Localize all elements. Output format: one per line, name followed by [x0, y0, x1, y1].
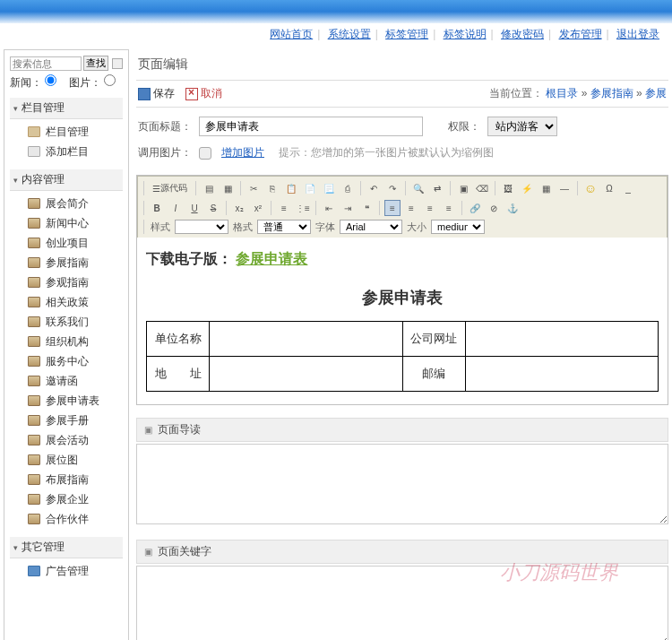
preview-icon[interactable]: ▦ [220, 180, 236, 196]
sidebar-item[interactable]: 组织机构 [10, 332, 123, 351]
crumb-2[interactable]: 参展 [645, 87, 667, 99]
rich-editor: ☰ 源代码 ▤ ▦ ✂ ⎘ 📋 📄 📃 ⎙ ↶ ↷ 🔍 ⇄ [136, 175, 668, 405]
sidebar-item[interactable]: 邀请函 [10, 371, 123, 391]
style-label: 样式 [151, 221, 170, 234]
pagebreak-icon[interactable]: ⎯ [620, 180, 636, 196]
section-intro-head[interactable]: 页面导读 [136, 418, 668, 442]
section-keywords-head[interactable]: 页面关键字 [136, 540, 668, 564]
cat-content-head[interactable]: 内容管理 [10, 169, 123, 191]
ol-icon[interactable]: ≡ [276, 200, 292, 216]
nav-tagmgr[interactable]: 标签管理 [385, 28, 428, 40]
sidebar-item[interactable]: 参展企业 [10, 489, 123, 509]
newdoc-icon[interactable]: ▤ [201, 180, 217, 196]
perm-select[interactable]: 站内游客 [487, 117, 557, 136]
sidebar-item[interactable]: 联系我们 [10, 312, 123, 332]
sidebar-item[interactable]: 布展指南 [10, 470, 123, 489]
align-left-icon[interactable]: ≡ [384, 200, 401, 216]
cell-company-val[interactable] [210, 322, 403, 357]
font-select[interactable]: Arial [340, 220, 402, 234]
print-icon[interactable]: ⎙ [340, 180, 356, 196]
selectall-icon[interactable]: ▣ [455, 180, 471, 196]
nav-logout[interactable]: 退出登录 [616, 28, 659, 40]
cat-other-head[interactable]: 其它管理 [10, 537, 123, 558]
paste-icon[interactable]: 📋 [283, 180, 299, 196]
table-icon[interactable]: ▦ [538, 180, 554, 196]
sidebar-item[interactable]: 服务中心 [10, 351, 123, 371]
sidebar-item[interactable]: 参展手册 [10, 411, 123, 430]
sidebar-item[interactable]: 参展指南 [10, 253, 123, 272]
style-select[interactable] [175, 220, 228, 234]
sidebar-item[interactable]: 参展申请表 [10, 391, 123, 411]
outdent-icon[interactable]: ⇤ [321, 200, 337, 216]
hr-icon[interactable]: — [556, 180, 573, 196]
align-justify-icon[interactable]: ≡ [441, 200, 457, 216]
quote-icon[interactable]: ❝ [358, 200, 375, 216]
cat-column-head[interactable]: 栏目管理 [10, 98, 123, 119]
smiley-icon[interactable]: ☺ [582, 180, 599, 196]
anchor-icon[interactable]: ⚓ [504, 200, 521, 216]
cell-address-val[interactable] [210, 357, 403, 392]
format-select[interactable]: 普通 [257, 220, 311, 234]
cut-icon[interactable]: ✂ [246, 180, 262, 196]
align-center-icon[interactable]: ≡ [403, 200, 419, 216]
nav-sys[interactable]: 系统设置 [328, 28, 371, 40]
sidebar-item-colmgr[interactable]: 栏目管理 [10, 122, 123, 142]
specialchar-icon[interactable]: Ω [601, 180, 617, 196]
replace-icon[interactable]: ⇄ [429, 180, 445, 196]
crumb-1[interactable]: 参展指南 [590, 87, 633, 99]
indent-icon[interactable]: ⇥ [340, 200, 356, 216]
sidebar-item[interactable]: 展会活动 [10, 430, 123, 450]
sidebar-item-admgr[interactable]: 广告管理 [10, 561, 123, 581]
title-input[interactable] [199, 117, 423, 136]
radio-pic[interactable] [104, 74, 116, 86]
ul-icon[interactable]: ⋮≡ [295, 200, 311, 216]
add-image-link[interactable]: 增加图片 [221, 145, 264, 160]
search-input[interactable] [10, 56, 82, 71]
nav-pwd[interactable]: 修改密码 [501, 28, 544, 40]
intro-textarea[interactable] [136, 444, 668, 524]
sidebar-item[interactable]: 合作伙伴 [10, 509, 123, 529]
undo-icon[interactable]: ↶ [366, 180, 382, 196]
nav-tagdesc[interactable]: 标签说明 [444, 28, 487, 40]
italic-icon[interactable]: I [168, 200, 184, 216]
source-button[interactable]: ☰ 源代码 [149, 180, 191, 196]
underline-icon[interactable]: U [186, 200, 202, 216]
save-button[interactable]: 保存 [138, 86, 175, 101]
cell-website-val[interactable] [465, 322, 659, 357]
sidebar-item[interactable]: 新闻中心 [10, 213, 123, 233]
cancel-button[interactable]: 取消 [185, 86, 222, 101]
download-link[interactable]: 参展申请表 [236, 251, 307, 266]
cell-zip-val[interactable] [465, 357, 659, 392]
sidebar-item[interactable]: 创业项目 [10, 233, 123, 253]
sidebar-item[interactable]: 展会简介 [10, 194, 123, 213]
redo-icon[interactable]: ↷ [384, 180, 401, 196]
crumb-root[interactable]: 根目录 [546, 87, 578, 99]
nav-home[interactable]: 网站首页 [270, 28, 313, 40]
bold-icon[interactable]: B [149, 200, 165, 216]
paste-word-icon[interactable]: 📃 [321, 180, 337, 196]
find-icon[interactable]: 🔍 [410, 180, 426, 196]
editor-body[interactable]: 下载电子版： 参展申请表 参展申请表 单位名称 公司网址 地 址 邮编 [137, 238, 668, 404]
sidebar-item-addcol[interactable]: 添加栏目 [10, 142, 123, 161]
unlink-icon[interactable]: ⊘ [486, 200, 502, 216]
sidebar-item[interactable]: 相关政策 [10, 292, 123, 312]
nav-publish[interactable]: 发布管理 [559, 28, 602, 40]
removefmt-icon[interactable]: ⌫ [474, 180, 490, 196]
link-icon[interactable]: 🔗 [467, 200, 483, 216]
sup-icon[interactable]: x² [250, 200, 266, 216]
image-icon[interactable]: 🖼 [500, 180, 516, 196]
paste-text-icon[interactable]: 📄 [302, 180, 318, 196]
book-icon [28, 356, 40, 367]
sidebar-item[interactable]: 展位图 [10, 450, 123, 470]
align-right-icon[interactable]: ≡ [422, 200, 438, 216]
radio-news[interactable] [45, 74, 56, 86]
strike-icon[interactable]: S [205, 200, 221, 216]
sub-icon[interactable]: x₂ [231, 200, 247, 216]
flash-icon[interactable]: ⚡ [519, 180, 535, 196]
copy-icon[interactable]: ⎘ [264, 180, 280, 196]
search-extra-icon[interactable] [112, 58, 123, 69]
sidebar-item[interactable]: 参观指南 [10, 272, 123, 292]
search-button[interactable]: 查找 [83, 56, 108, 71]
keywords-textarea[interactable] [136, 566, 668, 640]
size-select[interactable]: medium [431, 220, 485, 234]
